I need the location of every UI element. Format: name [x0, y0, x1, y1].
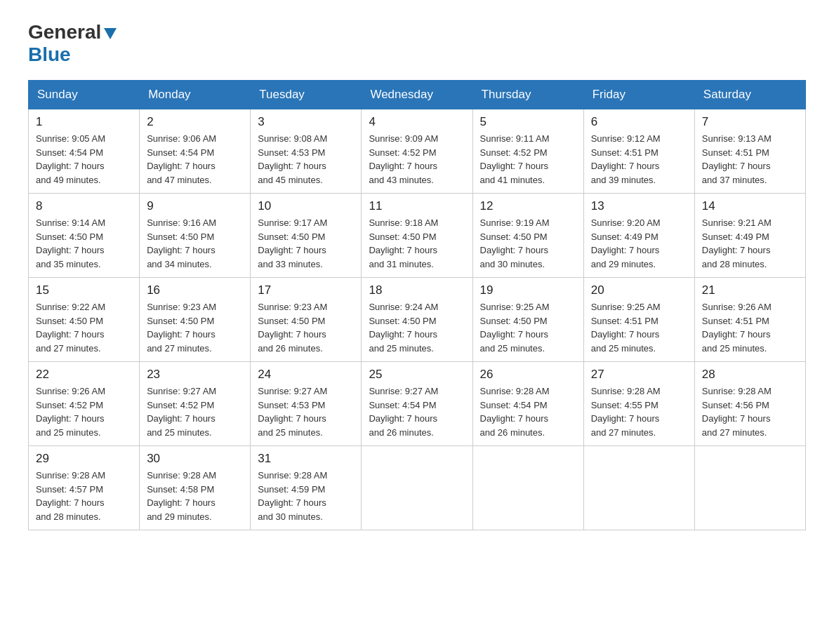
logo-triangle-icon [102, 25, 118, 41]
day-info: Sunrise: 9:27 AM Sunset: 4:53 PM Dayligh… [258, 384, 354, 439]
day-info: Sunrise: 9:12 AM Sunset: 4:51 PM Dayligh… [591, 132, 687, 187]
calendar-cell: 11 Sunrise: 9:18 AM Sunset: 4:50 PM Dayl… [362, 194, 472, 278]
day-info: Sunrise: 9:25 AM Sunset: 4:50 PM Dayligh… [480, 300, 576, 355]
calendar-cell: 7 Sunrise: 9:13 AM Sunset: 4:51 PM Dayli… [694, 109, 805, 194]
calendar-cell: 29 Sunrise: 9:28 AM Sunset: 4:57 PM Dayl… [29, 446, 140, 530]
day-number: 16 [147, 283, 243, 297]
calendar-table: SundayMondayTuesdayWednesdayThursdayFrid… [28, 80, 806, 530]
day-info: Sunrise: 9:14 AM Sunset: 4:50 PM Dayligh… [36, 216, 132, 271]
day-info: Sunrise: 9:08 AM Sunset: 4:53 PM Dayligh… [258, 132, 354, 187]
calendar-cell: 21 Sunrise: 9:26 AM Sunset: 4:51 PM Dayl… [694, 278, 805, 362]
header-thursday: Thursday [472, 81, 583, 109]
day-number: 3 [258, 115, 354, 129]
day-number: 6 [591, 115, 687, 129]
day-number: 29 [36, 452, 132, 466]
day-info: Sunrise: 9:09 AM Sunset: 4:52 PM Dayligh… [369, 132, 465, 187]
day-number: 10 [258, 199, 354, 213]
calendar-cell: 10 Sunrise: 9:17 AM Sunset: 4:50 PM Dayl… [251, 194, 362, 278]
day-info: Sunrise: 9:06 AM Sunset: 4:54 PM Dayligh… [147, 132, 243, 187]
day-number: 26 [480, 368, 576, 382]
day-number: 11 [369, 199, 465, 213]
calendar-cell: 16 Sunrise: 9:23 AM Sunset: 4:50 PM Dayl… [140, 278, 251, 362]
calendar-cell: 3 Sunrise: 9:08 AM Sunset: 4:53 PM Dayli… [251, 109, 362, 194]
header-friday: Friday [583, 81, 694, 109]
day-number: 8 [36, 199, 132, 213]
day-number: 5 [480, 115, 576, 129]
calendar-cell: 30 Sunrise: 9:28 AM Sunset: 4:58 PM Dayl… [140, 446, 251, 530]
week-row-3: 15 Sunrise: 9:22 AM Sunset: 4:50 PM Dayl… [29, 278, 806, 362]
calendar-cell [583, 446, 694, 530]
day-number: 14 [702, 199, 798, 213]
day-info: Sunrise: 9:18 AM Sunset: 4:50 PM Dayligh… [369, 216, 465, 271]
day-number: 17 [258, 283, 354, 297]
logo-blue-text: Blue [28, 43, 71, 65]
day-number: 27 [591, 368, 687, 382]
day-info: Sunrise: 9:24 AM Sunset: 4:50 PM Dayligh… [369, 300, 465, 355]
day-info: Sunrise: 9:28 AM Sunset: 4:56 PM Dayligh… [702, 384, 798, 439]
calendar-cell: 19 Sunrise: 9:25 AM Sunset: 4:50 PM Dayl… [472, 278, 583, 362]
header-tuesday: Tuesday [251, 81, 362, 109]
day-number: 23 [147, 368, 243, 382]
calendar-cell: 26 Sunrise: 9:28 AM Sunset: 4:54 PM Dayl… [472, 362, 583, 446]
day-number: 30 [147, 452, 243, 466]
calendar-cell: 1 Sunrise: 9:05 AM Sunset: 4:54 PM Dayli… [29, 109, 140, 194]
logo-general-text: General [28, 21, 101, 43]
day-info: Sunrise: 9:11 AM Sunset: 4:52 PM Dayligh… [480, 132, 576, 187]
week-row-4: 22 Sunrise: 9:26 AM Sunset: 4:52 PM Dayl… [29, 362, 806, 446]
calendar-cell: 15 Sunrise: 9:22 AM Sunset: 4:50 PM Dayl… [29, 278, 140, 362]
calendar-cell [362, 446, 472, 530]
header-monday: Monday [140, 81, 251, 109]
day-info: Sunrise: 9:22 AM Sunset: 4:50 PM Dayligh… [36, 300, 132, 355]
header-sunday: Sunday [29, 81, 140, 109]
day-info: Sunrise: 9:28 AM Sunset: 4:54 PM Dayligh… [480, 384, 576, 439]
day-number: 19 [480, 283, 576, 297]
day-info: Sunrise: 9:28 AM Sunset: 4:57 PM Dayligh… [36, 469, 132, 523]
day-info: Sunrise: 9:27 AM Sunset: 4:52 PM Dayligh… [147, 384, 243, 439]
calendar-cell: 6 Sunrise: 9:12 AM Sunset: 4:51 PM Dayli… [583, 109, 694, 194]
day-number: 22 [36, 368, 132, 382]
day-number: 1 [36, 115, 132, 129]
calendar-cell: 5 Sunrise: 9:11 AM Sunset: 4:52 PM Dayli… [472, 109, 583, 194]
day-number: 28 [702, 368, 798, 382]
day-info: Sunrise: 9:19 AM Sunset: 4:50 PM Dayligh… [480, 216, 576, 271]
day-info: Sunrise: 9:28 AM Sunset: 4:58 PM Dayligh… [147, 469, 243, 523]
day-number: 21 [702, 283, 798, 297]
calendar-cell: 23 Sunrise: 9:27 AM Sunset: 4:52 PM Dayl… [140, 362, 251, 446]
calendar-cell: 25 Sunrise: 9:27 AM Sunset: 4:54 PM Dayl… [362, 362, 472, 446]
calendar-cell: 28 Sunrise: 9:28 AM Sunset: 4:56 PM Dayl… [694, 362, 805, 446]
header-saturday: Saturday [694, 81, 805, 109]
calendar-cell: 14 Sunrise: 9:21 AM Sunset: 4:49 PM Dayl… [694, 194, 805, 278]
svg-marker-0 [104, 28, 117, 39]
calendar-cell: 22 Sunrise: 9:26 AM Sunset: 4:52 PM Dayl… [29, 362, 140, 446]
calendar-cell: 20 Sunrise: 9:25 AM Sunset: 4:51 PM Dayl… [583, 278, 694, 362]
day-info: Sunrise: 9:28 AM Sunset: 4:55 PM Dayligh… [591, 384, 687, 439]
day-info: Sunrise: 9:23 AM Sunset: 4:50 PM Dayligh… [258, 300, 354, 355]
calendar-header-row: SundayMondayTuesdayWednesdayThursdayFrid… [29, 81, 806, 109]
day-number: 24 [258, 368, 354, 382]
day-info: Sunrise: 9:16 AM Sunset: 4:50 PM Dayligh… [147, 216, 243, 271]
week-row-2: 8 Sunrise: 9:14 AM Sunset: 4:50 PM Dayli… [29, 194, 806, 278]
week-row-1: 1 Sunrise: 9:05 AM Sunset: 4:54 PM Dayli… [29, 109, 806, 194]
day-info: Sunrise: 9:27 AM Sunset: 4:54 PM Dayligh… [369, 384, 465, 439]
day-info: Sunrise: 9:13 AM Sunset: 4:51 PM Dayligh… [702, 132, 798, 187]
day-number: 15 [36, 283, 132, 297]
day-number: 12 [480, 199, 576, 213]
day-number: 31 [258, 452, 354, 466]
page-header: General Blue [28, 21, 806, 66]
calendar-cell: 12 Sunrise: 9:19 AM Sunset: 4:50 PM Dayl… [472, 194, 583, 278]
header-wednesday: Wednesday [362, 81, 472, 109]
calendar-cell [472, 446, 583, 530]
day-number: 25 [369, 368, 465, 382]
day-info: Sunrise: 9:25 AM Sunset: 4:51 PM Dayligh… [591, 300, 687, 355]
day-number: 20 [591, 283, 687, 297]
day-number: 13 [591, 199, 687, 213]
day-info: Sunrise: 9:21 AM Sunset: 4:49 PM Dayligh… [702, 216, 798, 271]
day-info: Sunrise: 9:20 AM Sunset: 4:49 PM Dayligh… [591, 216, 687, 271]
calendar-cell: 31 Sunrise: 9:28 AM Sunset: 4:59 PM Dayl… [251, 446, 362, 530]
day-info: Sunrise: 9:05 AM Sunset: 4:54 PM Dayligh… [36, 132, 132, 187]
calendar-cell [694, 446, 805, 530]
calendar-cell: 27 Sunrise: 9:28 AM Sunset: 4:55 PM Dayl… [583, 362, 694, 446]
day-number: 4 [369, 115, 465, 129]
day-number: 2 [147, 115, 243, 129]
day-info: Sunrise: 9:28 AM Sunset: 4:59 PM Dayligh… [258, 469, 354, 523]
